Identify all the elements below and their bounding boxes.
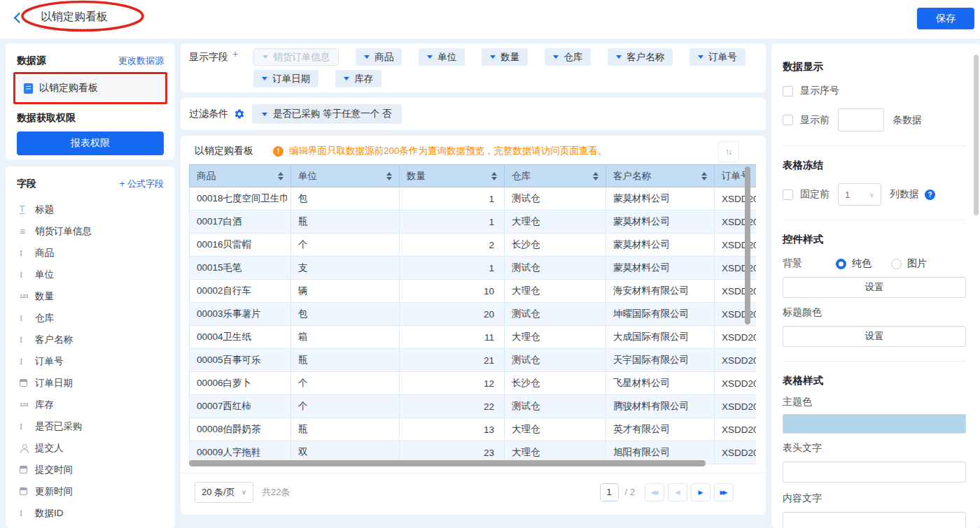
- table-cell: 长沙仓: [505, 372, 606, 395]
- calendar-icon: [20, 379, 35, 387]
- sort-icon[interactable]: [491, 172, 497, 180]
- field-item[interactable]: I单位: [17, 264, 164, 285]
- horizontal-scrollbar-thumb[interactable]: [189, 460, 706, 466]
- table-cell: 00003乐事薯片: [190, 303, 291, 326]
- field-item[interactable]: I仓库: [17, 307, 164, 329]
- panel-scrollbar[interactable]: [974, 55, 979, 215]
- sort-icon[interactable]: [701, 172, 707, 180]
- field-item[interactable]: I数据ID: [17, 502, 164, 524]
- display-field-tag-disabled[interactable]: 销货订单信息: [253, 48, 339, 66]
- page-input[interactable]: 1: [600, 483, 619, 501]
- display-field-tag[interactable]: 订单号: [690, 48, 746, 66]
- horizontal-scrollbar[interactable]: [189, 460, 746, 466]
- display-field-tag[interactable]: 商品: [356, 48, 402, 66]
- column-header[interactable]: 仓库: [505, 165, 606, 187]
- page-title[interactable]: 以销定购看板: [41, 10, 108, 24]
- report-permission-button[interactable]: 报表权限: [17, 131, 164, 155]
- field-item[interactable]: I商品: [17, 242, 164, 264]
- table-cell: 测试仓: [505, 187, 606, 211]
- content-text-label: 内容文字: [783, 492, 966, 505]
- datasource-item[interactable]: 以销定购看板: [17, 76, 164, 101]
- main-content: 显示字段+ 销货订单信息商品单位数量仓库客户名称订单号订单日期库存 过滤条件 是…: [181, 43, 766, 515]
- column-header-label: 仓库: [512, 170, 531, 183]
- field-item[interactable]: 订单日期: [17, 372, 164, 394]
- field-item[interactable]: I订单号: [17, 350, 164, 372]
- datasource-panel: 数据源 更改数据源 以销定购看板 数据获取权限 报表权限: [6, 43, 175, 159]
- show-index-checkbox[interactable]: [783, 86, 793, 97]
- page-size-select[interactable]: 20 条/页 ∨: [195, 482, 253, 503]
- filter-condition-tag[interactable]: 是否已采购 等于任意一个 否: [252, 104, 402, 124]
- show-first-prefix: 显示前: [800, 114, 830, 127]
- vertical-scrollbar-thumb[interactable]: [745, 166, 750, 324]
- field-item[interactable]: T标题: [17, 199, 164, 220]
- field-item[interactable]: I客户名称: [17, 329, 164, 350]
- back-icon[interactable]: [14, 13, 25, 24]
- column-header[interactable]: 商品: [190, 165, 291, 187]
- display-field-tag[interactable]: 仓库: [545, 48, 591, 66]
- table-row: 00002自行车辆10大理仓海安材料有限公司XSDD20: [190, 280, 757, 303]
- fields-section-title: 字段: [17, 178, 36, 190]
- sort-icon[interactable]: [386, 172, 392, 180]
- sort-button[interactable]: ↑↓: [718, 141, 739, 162]
- last-page-button[interactable]: ▶▶: [714, 483, 734, 501]
- show-first-suffix: 条数据: [892, 114, 922, 127]
- prev-page-button[interactable]: ◀: [668, 483, 687, 501]
- image-radio[interactable]: [891, 259, 902, 269]
- field-item[interactable]: 123库存: [17, 394, 164, 415]
- display-field-tag[interactable]: 数量: [482, 48, 528, 66]
- field-item[interactable]: I是否已采购: [17, 415, 164, 437]
- display-field-tag[interactable]: 单位: [419, 48, 465, 66]
- column-header[interactable]: 数量: [400, 165, 505, 187]
- display-fields-panel: 显示字段+ 销货订单信息商品单位数量仓库客户名称订单号订单日期库存: [181, 43, 766, 92]
- title-icon: T: [20, 206, 35, 214]
- display-field-tag[interactable]: 客户名称: [608, 48, 673, 66]
- vertical-scrollbar[interactable]: [745, 166, 750, 436]
- background-set-button[interactable]: 设置: [783, 277, 966, 298]
- header-text-set-button[interactable]: [783, 462, 966, 483]
- next-page-button[interactable]: ▶: [691, 483, 710, 501]
- field-item-label: 是否已采购: [35, 420, 83, 433]
- tag-label: 单位: [438, 51, 456, 64]
- table-cell: 测试仓: [505, 257, 606, 280]
- table-cell: 00015毛笔: [190, 257, 291, 280]
- freeze-checkbox[interactable]: [783, 190, 793, 200]
- show-first-checkbox[interactable]: [783, 115, 793, 125]
- tag-label: 库存: [354, 73, 373, 85]
- table-cell: 22: [400, 395, 505, 418]
- text-icon: I: [20, 421, 35, 432]
- display-fields-label: 显示字段: [189, 48, 228, 64]
- column-header[interactable]: 客户名称: [606, 165, 715, 187]
- caret-down-icon: [490, 55, 496, 59]
- solid-color-radio[interactable]: [836, 259, 846, 269]
- form-icon: ≡: [20, 226, 35, 237]
- freeze-count-select[interactable]: 1 ∨: [838, 183, 881, 206]
- change-datasource-link[interactable]: 更改数据源: [118, 55, 164, 67]
- field-item[interactable]: ≡销货订单信息: [17, 220, 164, 242]
- help-icon[interactable]: ?: [925, 190, 935, 200]
- content-text-set-button[interactable]: [783, 512, 966, 528]
- theme-color-swatch[interactable]: [783, 414, 966, 434]
- field-item[interactable]: 提交人: [17, 437, 164, 459]
- display-field-tag[interactable]: 库存: [335, 70, 382, 87]
- column-header-label: 单位: [298, 170, 317, 183]
- gear-icon[interactable]: [234, 108, 245, 120]
- first-page-button[interactable]: ◀◀: [645, 483, 664, 501]
- add-display-field-button[interactable]: +: [232, 48, 238, 59]
- save-button[interactable]: 保存: [917, 8, 974, 29]
- display-field-tag[interactable]: 订单日期: [253, 70, 318, 87]
- sort-icon[interactable]: [593, 172, 598, 180]
- add-formula-field-link[interactable]: + 公式字段: [120, 178, 164, 190]
- show-first-input[interactable]: [838, 108, 884, 131]
- sort-desc-icon: [593, 177, 598, 180]
- title-color-set-button[interactable]: 设置: [783, 326, 966, 347]
- table-cell: 支: [291, 257, 400, 280]
- field-item[interactable]: 提交时间: [17, 459, 164, 480]
- column-header[interactable]: 单位: [291, 165, 400, 187]
- table-cell: 测试仓: [505, 395, 606, 418]
- left-sidebar: 数据源 更改数据源 以销定购看板 数据获取权限 报表权限 字段 + 公式字段 T…: [6, 43, 175, 528]
- field-item[interactable]: 123数量: [17, 285, 164, 307]
- sort-icon[interactable]: [278, 172, 284, 180]
- tag-label: 数量: [500, 51, 519, 64]
- field-item[interactable]: 更新时间: [17, 480, 164, 502]
- total-count: 共22条: [262, 486, 290, 499]
